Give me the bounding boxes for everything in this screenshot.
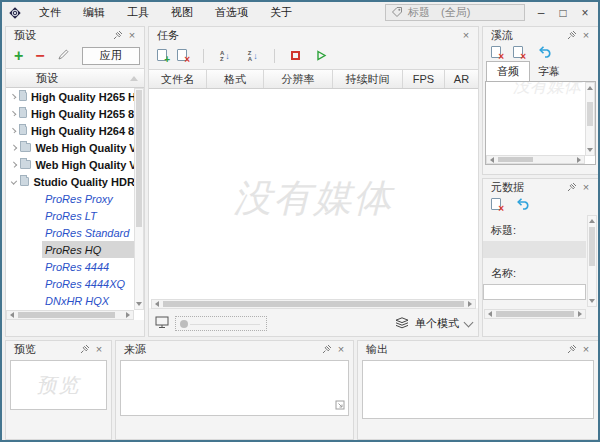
scroll-left-arrow[interactable] — [7, 311, 17, 319]
preset-group-row[interactable]: Web High Quality VP — [6, 156, 144, 173]
metadata-vertical-scrollbar[interactable] — [587, 215, 597, 307]
menu-tools[interactable]: 工具 — [116, 2, 160, 23]
menu-edit[interactable]: 编辑 — [72, 2, 116, 23]
scroll-up-arrow[interactable] — [588, 216, 596, 226]
name-field-label: 名称: — [483, 258, 598, 284]
remove-all-streams-button[interactable]: × — [513, 46, 523, 60]
menu-preferences[interactable]: 首选项 — [204, 2, 259, 23]
column-duration[interactable]: 持续时间 — [333, 70, 403, 88]
minimize-button[interactable]: – — [530, 2, 552, 23]
preset-group-row[interactable]: High Quality H264 8 b — [6, 122, 144, 139]
scroll-down-arrow[interactable] — [586, 145, 594, 155]
scroll-right-arrow[interactable] — [574, 156, 584, 163]
add-preset-button[interactable]: + — [14, 49, 23, 63]
presets-panel-titlebar: 预设 × — [6, 27, 144, 43]
streams-vertical-scrollbar[interactable] — [585, 82, 595, 156]
close-button[interactable]: × — [574, 2, 596, 23]
close-icon[interactable]: × — [579, 28, 593, 42]
app-window: 文件 编辑 工具 视图 首选项 关于 标题 (全局) – □ × 预设 × — [0, 0, 600, 442]
title-filter-text: 标题 (全局) — [408, 5, 470, 20]
scroll-left-arrow[interactable] — [485, 310, 495, 318]
edit-preset-button[interactable] — [57, 48, 70, 63]
menu-about[interactable]: 关于 — [259, 2, 303, 23]
column-filename[interactable]: 文件名 — [149, 70, 207, 88]
tasks-panel: 任务 × + × AZ↓ ZA↓ 文件名 格式 分辨率 持续时间 FPS AR … — [148, 26, 479, 337]
menu-view[interactable]: 视图 — [160, 2, 204, 23]
mode-label: 单个模式 — [415, 316, 459, 331]
presets-column-header[interactable]: 预设 — [6, 68, 144, 88]
preset-group-row[interactable]: High Quality H265 8 b — [6, 105, 144, 122]
title-filter-field[interactable]: 标题 (全局) — [385, 4, 525, 21]
column-resolution[interactable]: 分辨率 — [264, 70, 333, 88]
preset-group-row[interactable]: High Quality H265 HD — [6, 88, 144, 105]
mode-selector[interactable]: 单个模式 — [395, 316, 472, 331]
folder-icon — [19, 92, 27, 101]
scroll-right-arrow[interactable] — [123, 311, 133, 319]
close-icon[interactable]: × — [579, 342, 593, 356]
column-format[interactable]: 格式 — [207, 70, 264, 88]
name-field[interactable] — [483, 284, 586, 300]
close-icon[interactable]: × — [334, 342, 348, 356]
folder-icon — [20, 143, 31, 152]
streams-horizontal-scrollbar[interactable] — [486, 155, 585, 164]
column-fps[interactable]: FPS — [403, 70, 445, 88]
preset-group-label: High Quality H264 8 b — [31, 125, 144, 137]
pin-icon[interactable] — [111, 28, 125, 42]
apply-preset-button[interactable]: 应用 — [82, 47, 140, 65]
stop-button[interactable] — [291, 50, 300, 62]
scroll-right-arrow[interactable] — [465, 300, 475, 308]
clear-metadata-button[interactable]: × — [491, 198, 501, 212]
tab-subtitles[interactable]: 字幕 — [530, 62, 568, 81]
undo-icon[interactable] — [517, 198, 530, 212]
close-icon[interactable]: × — [579, 180, 593, 194]
preview-panel-titlebar: 预览 × — [6, 341, 111, 357]
tab-audio[interactable]: 音频 — [486, 61, 530, 81]
remove-file-button[interactable]: × — [177, 49, 187, 63]
title-field[interactable] — [483, 241, 586, 258]
preset-group-label: High Quality H265 HD — [31, 91, 144, 103]
remove-preset-button[interactable]: − — [35, 49, 44, 63]
sort-descending-button[interactable]: ZA↓ — [248, 50, 258, 62]
chevron-right-icon — [11, 111, 17, 117]
close-icon[interactable]: × — [459, 28, 473, 42]
streams-panel-titlebar: 溪流 × — [483, 27, 598, 43]
remove-stream-button[interactable]: × — [491, 46, 501, 60]
scroll-down-arrow[interactable] — [135, 299, 143, 309]
undo-icon[interactable] — [539, 46, 552, 60]
preset-item[interactable]: ProRes 4444XQ — [42, 275, 144, 292]
tasks-horizontal-scrollbar[interactable] — [151, 299, 476, 309]
preset-item[interactable]: ProRes Standard — [42, 224, 144, 241]
pin-icon[interactable] — [78, 342, 92, 356]
preset-item[interactable]: ProRes 4444 — [42, 258, 144, 275]
close-icon[interactable]: × — [92, 342, 106, 356]
resize-grip-icon[interactable] — [335, 400, 345, 412]
preset-group-row[interactable]: Web High Quality VP — [6, 139, 144, 156]
maximize-button[interactable]: □ — [552, 2, 574, 23]
slider-knob[interactable] — [180, 320, 188, 328]
pin-icon[interactable] — [565, 28, 579, 42]
preset-item[interactable]: ProRes LT — [42, 207, 144, 224]
sort-ascending-button[interactable]: AZ↓ — [220, 50, 230, 62]
close-icon[interactable]: × — [125, 28, 139, 42]
menu-file[interactable]: 文件 — [28, 2, 72, 23]
tasks-panel-titlebar: 任务 × — [149, 27, 478, 43]
scroll-up-arrow[interactable] — [586, 83, 594, 93]
presets-vertical-scrollbar[interactable] — [134, 88, 144, 310]
scroll-left-arrow[interactable] — [487, 156, 497, 163]
pin-icon[interactable] — [320, 342, 334, 356]
start-button[interactable] — [316, 50, 327, 63]
scroll-left-arrow[interactable] — [152, 300, 162, 308]
scroll-down-arrow[interactable] — [588, 296, 596, 306]
preset-item[interactable]: ProRes Proxy — [42, 190, 144, 207]
preset-group-row-expanded[interactable]: Studio Quality HDR 1 — [6, 173, 144, 190]
preset-item[interactable]: DNxHR HQX — [42, 292, 144, 309]
metadata-horizontal-scrollbar[interactable] — [484, 309, 586, 319]
column-ar[interactable]: AR — [445, 70, 478, 88]
add-file-button[interactable]: + — [157, 49, 167, 63]
scroll-right-arrow[interactable] — [575, 310, 585, 318]
pin-icon[interactable] — [565, 342, 579, 356]
zoom-slider[interactable] — [175, 316, 267, 331]
presets-horizontal-scrollbar[interactable] — [6, 310, 134, 320]
preset-item-selected[interactable]: ProRes HQ — [42, 241, 144, 258]
pin-icon[interactable] — [565, 180, 579, 194]
